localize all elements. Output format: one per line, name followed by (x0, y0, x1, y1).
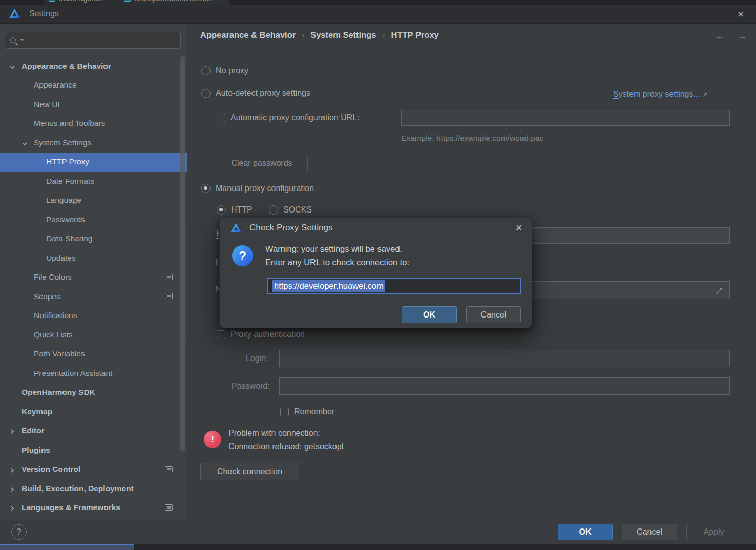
manual-proxy-radio[interactable] (201, 184, 211, 193)
cancel-button[interactable]: Cancel (622, 524, 677, 540)
clear-passwords-button[interactable]: Clear passwords (216, 155, 308, 172)
password-input[interactable] (279, 377, 730, 395)
chevron-down-icon[interactable] (9, 63, 15, 69)
ok-button[interactable]: OK (558, 524, 613, 540)
search-input[interactable] (25, 36, 168, 45)
sidebar-item-label: Updates (46, 253, 76, 263)
auto-detect-radio[interactable] (201, 89, 211, 98)
expand-icon[interactable]: ⤢ (716, 286, 722, 295)
dialog-footer: ? OK Cancel Apply (0, 520, 756, 544)
sidebar-item-notifications[interactable]: Notifications (0, 306, 187, 326)
sidebar-item-plugins[interactable]: Plugins (0, 440, 187, 460)
sidebar-item-scopes[interactable]: Scopes (0, 287, 187, 306)
sidebar-item-label: Path Variables (34, 349, 85, 358)
sidebar-item-appearance[interactable]: Appearance (0, 76, 187, 95)
remember-checkbox[interactable] (280, 408, 289, 416)
sidebar-item-label: Plugins (22, 446, 50, 455)
editor-tab-label: MainPage.ets (59, 0, 103, 3)
search-options-caret-icon[interactable] (20, 39, 24, 41)
breadcrumb-item[interactable]: System Settings (310, 30, 376, 40)
editor-tab-mainpage[interactable]: MainPage.ets ✕ (44, 0, 119, 5)
error-message-line1: Problem with connection: (228, 429, 320, 438)
editor-tab-breakpointconstants[interactable]: BreakpointConstants.ets ✕ (119, 0, 229, 5)
remember-option[interactable]: Remember (280, 407, 334, 416)
sidebar-item-http-proxy[interactable]: HTTP Proxy (0, 153, 187, 172)
sidebar-item-menus-toolbars[interactable]: Menus and Toolbars (0, 114, 187, 134)
dialog-message-line1: Warning: your settings will be saved. (265, 244, 402, 254)
check-connection-button[interactable]: Check connection (200, 463, 299, 480)
no-proxy-radio[interactable] (201, 66, 211, 75)
window-title: Settings (29, 9, 59, 18)
tab-close-icon[interactable]: ✕ (219, 0, 224, 2)
system-proxy-settings-link[interactable]: System proxy settings... ↗ (613, 90, 707, 99)
auto-url-label: Automatic proxy configuration URL: (230, 113, 360, 122)
bottom-strip (0, 544, 756, 550)
chevron-right-icon[interactable] (9, 466, 15, 472)
help-icon[interactable]: ? (11, 524, 27, 540)
dialog-title: Check Proxy Settings (249, 223, 333, 233)
question-icon: ? (232, 245, 253, 266)
tab-close-icon[interactable]: ✕ (110, 0, 114, 2)
sidebar-item-quick-lists[interactable]: Quick Lists (0, 325, 187, 345)
forward-arrow-icon[interactable]: → (737, 30, 747, 42)
sidebar-item-label: Presentation Assistant (34, 369, 112, 378)
deveco-logo-icon (9, 8, 20, 19)
dialog-cancel-button[interactable]: Cancel (466, 306, 521, 323)
sidebar-item-keymap[interactable]: Keymap (0, 402, 187, 421)
no-proxy-option[interactable]: No proxy (201, 66, 248, 75)
sidebar-item-system-settings[interactable]: System Settings (0, 133, 187, 153)
chevron-down-icon[interactable] (22, 140, 28, 146)
sidebar-item-data-sharing[interactable]: Data Sharing (0, 229, 187, 249)
sidebar-item-editor[interactable]: Editor (0, 421, 187, 441)
proxy-auth-checkbox[interactable] (217, 330, 225, 339)
sidebar-item-label: Date Formats (46, 177, 94, 186)
ets-file-icon (124, 0, 131, 2)
proxy-auth-option[interactable]: Proxy authentication (217, 330, 305, 339)
sidebar-item-file-colors[interactable]: File Colors (0, 268, 187, 287)
sidebar-item-updates[interactable]: Updates (0, 248, 187, 268)
back-arrow-icon[interactable]: ← (715, 30, 725, 42)
project-level-icon (165, 274, 173, 280)
deveco-logo-icon (230, 223, 242, 234)
chevron-right-icon[interactable] (9, 504, 15, 511)
sidebar-item-label: Menus and Toolbars (34, 119, 105, 128)
link-mnemonic: S (613, 90, 619, 98)
sidebar-item-new-ui[interactable]: New UI (0, 95, 187, 114)
sidebar-item-version-control[interactable]: Version Control (0, 460, 187, 479)
auto-url-input[interactable] (401, 110, 730, 126)
url-input[interactable]: https://developer.huawei.com (267, 278, 521, 294)
auto-detect-option[interactable]: Auto-detect proxy settings (201, 89, 310, 98)
external-link-icon: ↗ (702, 91, 707, 98)
search-box[interactable] (5, 32, 181, 49)
http-radio[interactable] (217, 205, 226, 215)
dialog-ok-button[interactable]: OK (402, 306, 457, 323)
sidebar-item-appearance-behavior[interactable]: Appearance & Behavior (0, 56, 187, 76)
breadcrumb: Appearance & Behavior › System Settings … (200, 30, 439, 40)
manual-proxy-option[interactable]: Manual proxy configuration (201, 184, 314, 193)
breadcrumb-item[interactable]: HTTP Proxy (391, 30, 439, 40)
socks-option[interactable]: SOCKS (269, 205, 312, 215)
sidebar-item-path-variables[interactable]: Path Variables (0, 345, 187, 364)
sidebar-item-presentation-assistant[interactable]: Presentation Assistant (0, 364, 187, 383)
apply-button[interactable]: Apply (686, 524, 741, 540)
chevron-right-icon[interactable] (9, 428, 15, 434)
sidebar-item-languages-frameworks[interactable]: Languages & Frameworks (0, 498, 187, 518)
socks-radio[interactable] (269, 205, 278, 215)
http-option[interactable]: HTTP (217, 205, 253, 215)
login-input[interactable] (279, 350, 730, 367)
sidebar-item-openharmony-sdk[interactable]: OpenHarmony SDK (0, 383, 187, 403)
login-label: Login: (246, 354, 268, 363)
sidebar-item-language[interactable]: Language (0, 191, 187, 210)
breadcrumb-item[interactable]: Appearance & Behavior (200, 30, 296, 40)
http-label: HTTP (231, 205, 253, 215)
sidebar-item-passwords[interactable]: Passwords (0, 210, 187, 229)
close-icon[interactable]: ✕ (513, 222, 525, 234)
sidebar-item-label: New UI (34, 100, 60, 109)
auto-url-option[interactable]: Automatic proxy configuration URL: (217, 113, 360, 122)
sidebar-item-date-formats[interactable]: Date Formats (0, 172, 187, 191)
chevron-right-icon[interactable] (9, 485, 15, 492)
sidebar-item-build-execution-deployment[interactable]: Build, Execution, Deployment (0, 479, 187, 498)
auto-url-checkbox[interactable] (217, 114, 225, 122)
close-icon[interactable]: ✕ (734, 8, 747, 20)
sidebar-scrollbar[interactable] (180, 56, 185, 452)
